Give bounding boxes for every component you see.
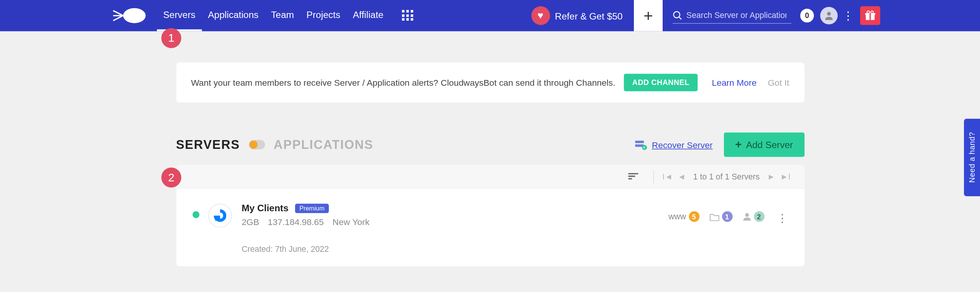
banner-text: Want your team members to receive Server… [191, 77, 616, 87]
nav-projects[interactable]: Projects [300, 0, 346, 31]
svg-rect-6 [870, 13, 871, 20]
user-icon [824, 11, 834, 21]
pager-last-icon[interactable]: ►I [780, 172, 791, 181]
server-meta: 2GB 137.184.98.65 New York [242, 217, 668, 227]
apps-grid-icon[interactable] [402, 10, 413, 21]
add-button[interactable]: + [634, 0, 663, 31]
provider-icon [208, 204, 232, 227]
server-menu-icon[interactable]: ⋮ [777, 211, 788, 225]
recover-server-link[interactable]: Recover Server [634, 139, 712, 150]
logo[interactable] [109, 7, 147, 24]
pager-prev-icon[interactable]: ◄ [678, 172, 686, 181]
recover-text: Recover Server [652, 140, 713, 150]
nav-applications[interactable]: Applications [202, 0, 265, 31]
tab-applications[interactable]: APPLICATIONS [274, 137, 373, 152]
annotation-2: 2 [161, 168, 181, 188]
recover-icon [634, 139, 647, 150]
svg-point-7 [867, 11, 870, 14]
tabs-row: SERVERS APPLICATIONS Recover Server + Ad… [176, 132, 804, 157]
gift-button[interactable] [860, 6, 880, 25]
svg-rect-9 [635, 140, 644, 143]
top-navbar: Servers Applications Team Projects Affil… [0, 0, 980, 31]
svg-point-1 [674, 11, 680, 17]
search-input[interactable] [686, 11, 786, 20]
status-dot-running [192, 211, 199, 218]
channels-banner: Want your team members to receive Server… [176, 62, 804, 103]
help-text: Need a hand? [968, 132, 977, 183]
apps-stat[interactable]: www 5 [668, 211, 699, 222]
plus-icon: + [735, 138, 742, 151]
notification-badge[interactable]: 0 [800, 9, 814, 23]
svg-point-3 [827, 12, 831, 16]
svg-rect-15 [217, 215, 220, 219]
server-name: My Clients [242, 202, 289, 213]
refer-link[interactable]: ♥ Refer & Get $50 [531, 6, 622, 25]
svg-point-18 [745, 213, 749, 217]
add-server-button[interactable]: + Add Server [724, 132, 804, 157]
nav-links: Servers Applications Team Projects Affil… [157, 0, 390, 31]
pager-first-icon[interactable]: I◄ [662, 172, 673, 181]
www-label: www [668, 212, 686, 221]
svg-line-2 [679, 17, 681, 19]
tab-servers[interactable]: SERVERS [176, 137, 240, 152]
learn-more-link[interactable]: Learn More [712, 77, 756, 87]
server-info: My Clients Premium 2GB 137.184.98.65 New… [242, 202, 668, 254]
server-stats: www 5 1 2 [668, 211, 774, 222]
server-list: I◄ ◄ 1 to 1 of 1 Servers ► ►I My Clients… [176, 165, 804, 266]
projects-count-badge: 1 [722, 211, 732, 222]
server-location: New York [332, 217, 369, 227]
svg-point-8 [871, 11, 874, 14]
search-box[interactable] [673, 8, 791, 23]
sort-icon[interactable] [628, 171, 638, 182]
members-stat[interactable]: 2 [742, 211, 764, 222]
apps-count-badge: 5 [689, 211, 699, 222]
header-menu-icon[interactable]: ⋮ [843, 9, 854, 23]
projects-stat[interactable]: 1 [709, 211, 732, 222]
nav-servers[interactable]: Servers [157, 0, 202, 31]
help-tab[interactable]: Need a hand? [964, 119, 980, 196]
person-icon [742, 212, 751, 221]
pager-text: 1 to 1 of 1 Servers [693, 172, 760, 181]
got-it-link[interactable]: Got It [768, 77, 789, 87]
gift-icon [864, 10, 875, 21]
add-server-text: Add Server [746, 139, 793, 150]
pager-bar: I◄ ◄ 1 to 1 of 1 Servers ► ►I [176, 165, 804, 189]
pager-next-icon[interactable]: ► [767, 172, 775, 181]
server-created: Created: 7th June, 2022 [242, 245, 668, 254]
refer-text: Refer & Get $50 [555, 10, 622, 21]
annotation-1: 1 [161, 28, 181, 48]
svg-rect-17 [217, 219, 218, 220]
members-count-badge: 2 [754, 211, 764, 222]
nav-affiliate[interactable]: Affiliate [346, 0, 390, 31]
search-icon [673, 10, 683, 20]
premium-badge: Premium [295, 204, 329, 213]
folder-icon [709, 212, 719, 221]
server-row[interactable]: My Clients Premium 2GB 137.184.98.65 New… [176, 189, 804, 266]
add-channel-button[interactable]: ADD CHANNEL [624, 74, 697, 91]
heart-icon: ♥ [531, 6, 550, 25]
server-ip: 137.184.98.65 [268, 217, 324, 227]
user-avatar[interactable] [820, 7, 838, 24]
nav-team[interactable]: Team [265, 0, 301, 31]
svg-point-0 [123, 8, 146, 23]
servers-apps-toggle[interactable] [249, 140, 265, 149]
server-size: 2GB [242, 217, 259, 227]
svg-rect-16 [215, 219, 217, 221]
